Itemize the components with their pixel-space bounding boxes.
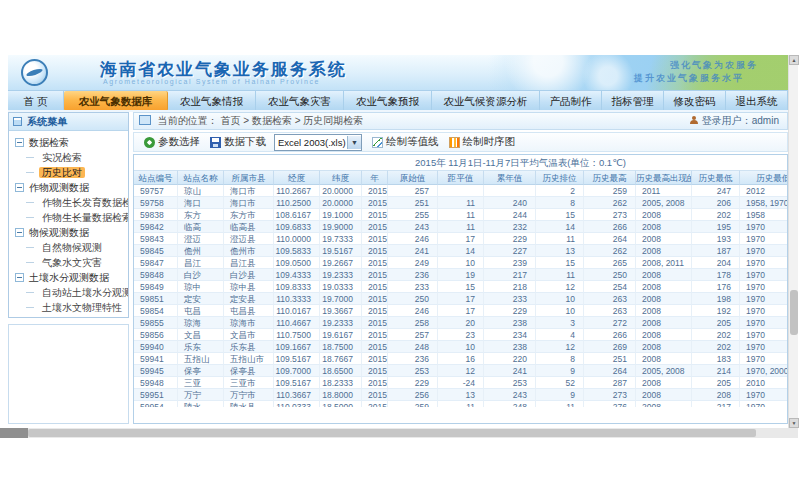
sidebar-lower-panel <box>8 324 129 424</box>
table-cell: 1970 <box>740 221 787 233</box>
table-cell: 232 <box>484 221 536 233</box>
collapse-icon[interactable] <box>15 138 24 147</box>
table-row[interactable]: 59945保亭保亭县109.700018.6500201525312241926… <box>134 365 787 377</box>
table-row[interactable]: 59855琼海琼海市110.466719.2333201525820238327… <box>134 317 787 329</box>
nav-tab-2[interactable]: 农业气象情报 <box>168 91 256 111</box>
table-cell: 海口 <box>178 197 224 209</box>
table-cell: 262 <box>584 197 636 209</box>
table-cell: 110.7500 <box>274 329 320 341</box>
vertical-scrollbar[interactable]: ▲ ▼ <box>788 55 798 428</box>
nav-tab-8[interactable]: 修改密码 <box>664 91 726 111</box>
tree-child-item-2-0[interactable]: 自然物候观测 <box>9 240 128 255</box>
draw-contour-button[interactable]: 绘制等值线 <box>372 135 439 149</box>
table-cell: 1970 <box>740 293 787 305</box>
nav-tab-9[interactable]: 退出系统 <box>726 91 788 111</box>
table-row[interactable]: 59948三亚三亚市109.516718.23332015229-2425352… <box>134 377 787 389</box>
tree-parent-item-2[interactable]: 物候观测数据 <box>9 225 128 240</box>
tree-child-item-0-1[interactable]: 历史比对 <box>9 165 128 180</box>
table-cell: 59845 <box>134 245 178 257</box>
table-cell: 202 <box>692 341 740 353</box>
table-cell: 187 <box>692 245 740 257</box>
table-row[interactable]: 59842临高临高县109.683319.9000201524311232142… <box>134 221 787 233</box>
table-cell: 250 <box>584 269 636 281</box>
tree-child-item-3-1[interactable]: 土壤水文物理特性 <box>9 300 128 315</box>
table-row[interactable]: 59940乐东乐东县109.166718.7500201524810238122… <box>134 341 787 353</box>
scroll-up-icon[interactable]: ▲ <box>789 55 799 65</box>
table-cell: 2015 <box>362 221 388 233</box>
table-row[interactable]: 59847昌江昌江县109.050019.2667201524910239152… <box>134 257 787 269</box>
horizontal-scrollbar-thumb[interactable] <box>28 429 756 437</box>
table-row[interactable]: 59848白沙白沙县109.433319.2333201523619217112… <box>134 269 787 281</box>
table-cell: 1970 <box>740 389 787 401</box>
table-cell: 儋州 <box>178 245 224 257</box>
table-cell: 109.5167 <box>274 377 320 389</box>
tree-child-label: 历史比对 <box>39 167 85 178</box>
tree-child-item-2-1[interactable]: 气象水文灾害 <box>9 255 128 270</box>
nav-tab-6[interactable]: 产品制作 <box>540 91 602 111</box>
table-row[interactable]: 59843澄迈澄迈县110.000019.7333201524617229112… <box>134 233 787 245</box>
table-row[interactable]: 59758海口海口市110.250020.0000201525111240826… <box>134 197 787 209</box>
tree-parent-item-3[interactable]: 土壤水分观测数据 <box>9 270 128 285</box>
table-cell: 276 <box>584 401 636 407</box>
chevron-down-icon[interactable]: ▼ <box>347 136 361 149</box>
tree-child-label: 土壤水文物理特性 <box>39 302 125 313</box>
export-format-select[interactable]: Excel 2003(.xls) ▼ <box>274 134 362 151</box>
collapse-icon[interactable] <box>15 183 24 192</box>
table-cell: 1970 <box>740 281 787 293</box>
table-row[interactable]: 59954陵水陵水县110.033318.5000201525911248112… <box>134 401 787 407</box>
tree-child-item-1-1[interactable]: 作物生长量数据检索 <box>9 210 128 225</box>
nav-tab-7[interactable]: 指标管理 <box>602 91 664 111</box>
param-select-button[interactable]: 参数选择 <box>144 135 200 149</box>
nav-tab-0[interactable]: 首 页 <box>8 91 64 111</box>
draw-timeseries-button[interactable]: 绘制时序图 <box>449 135 516 149</box>
collapse-icon[interactable] <box>15 273 24 282</box>
collapse-icon[interactable] <box>15 228 24 237</box>
table-cell <box>438 185 484 197</box>
table-title: 2015年 11月1日-11月7日平均气温表(单位：0.1℃) <box>134 155 787 170</box>
table-cell: 110.0000 <box>274 233 320 245</box>
table-cell: 16 <box>438 353 484 365</box>
vertical-scrollbar-thumb[interactable] <box>790 290 798 335</box>
tree-parent-item-0[interactable]: 数据检索 <box>9 135 128 150</box>
tree-child-item-1-0[interactable]: 作物生长发育数据检索 <box>9 195 128 210</box>
scroll-down-icon[interactable]: ▼ <box>789 418 799 428</box>
nav-tab-3[interactable]: 农业气象灾害 <box>256 91 344 111</box>
tree-parent-item-1[interactable]: 作物观测数据 <box>9 180 128 195</box>
table-cell: 琼海 <box>178 317 224 329</box>
table-cell: 176 <box>692 281 740 293</box>
data-download-button[interactable]: 数据下载 <box>210 135 266 149</box>
table-cell: 4 <box>536 329 584 341</box>
nav-tab-4[interactable]: 农业气象预报 <box>344 91 432 111</box>
tree-child-item-3-0[interactable]: 自动站土壤水分观测 <box>9 285 128 300</box>
table-row[interactable]: 59849琼中琼中县109.833319.0333201523315218122… <box>134 281 787 293</box>
table-cell: 屯昌 <box>178 305 224 317</box>
table-row[interactable]: 59854屯昌屯昌县110.016719.3667201524617229102… <box>134 305 787 317</box>
sidebar-header: 系统菜单 <box>9 113 128 131</box>
nav-tab-5[interactable]: 农业气候资源分析 <box>432 91 540 111</box>
table-row[interactable]: 59941五指山五指山市109.516718.76672015236162208… <box>134 353 787 365</box>
table-cell: 15 <box>536 209 584 221</box>
table-row[interactable]: 59757琼山海口市110.266720.0000201525722592011… <box>134 185 787 197</box>
table-cell: 1970 <box>740 341 787 353</box>
tree-child-item-0-0[interactable]: 实况检索 <box>9 150 128 165</box>
table-cell: 2008 <box>636 329 692 341</box>
table-cell: 247 <box>692 185 740 197</box>
table-cell: 253 <box>388 365 438 377</box>
table-row[interactable]: 59838东方东方市108.616719.1000201525511244152… <box>134 209 787 221</box>
nav-tab-1[interactable]: 农业气象数据库 <box>64 91 168 111</box>
table-cell: 59951 <box>134 389 178 401</box>
breadcrumb[interactable]: 首页 > 数据检索 > 历史同期检索 <box>221 115 364 126</box>
table-cell: 248 <box>388 341 438 353</box>
table-cell: 2008 <box>636 377 692 389</box>
table-row[interactable]: 59951万宁万宁市110.366718.8000201525613243927… <box>134 389 787 401</box>
table-cell: 59856 <box>134 329 178 341</box>
table-row[interactable]: 59851定安定安县110.333319.7000201525017233102… <box>134 293 787 305</box>
scroll-left-icon[interactable] <box>0 428 28 438</box>
table-row[interactable]: 59856文昌文昌市110.750019.6167201525723234426… <box>134 329 787 341</box>
table-cell: 244 <box>484 209 536 221</box>
table-row[interactable]: 59845儋州儋州市109.583319.5167201524114227132… <box>134 245 787 257</box>
horizontal-scrollbar[interactable] <box>0 428 798 438</box>
table-cell: 1958 <box>740 209 787 221</box>
column-header-13: 历史最低出现的年份 <box>740 170 788 185</box>
table-cell: 白沙 <box>178 269 224 281</box>
